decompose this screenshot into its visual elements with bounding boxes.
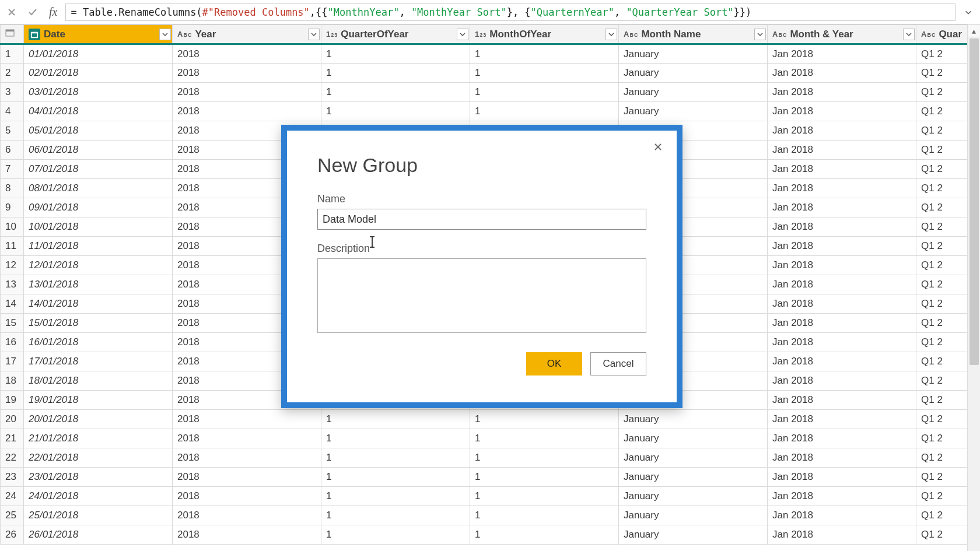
cell-monthyear[interactable]: Jan 2018 (768, 198, 916, 217)
row-number[interactable]: 9 (1, 198, 24, 217)
cell-monthname[interactable]: January (619, 525, 768, 545)
table-row[interactable]: 2424/01/2018201811JanuaryJan 2018Q1 2 (1, 487, 981, 506)
cell-monthofyear[interactable]: 1 (470, 64, 619, 83)
cell-date[interactable]: 17/01/2018 (24, 352, 173, 371)
cell-monthname[interactable]: January (619, 448, 768, 468)
cell-monthname[interactable]: January (619, 410, 768, 429)
cell-date[interactable]: 14/01/2018 (24, 294, 173, 314)
cell-date[interactable]: 19/01/2018 (24, 391, 173, 410)
row-number[interactable]: 21 (1, 429, 24, 448)
cell-date[interactable]: 24/01/2018 (24, 487, 173, 506)
cell-monthyear[interactable]: Jan 2018 (768, 160, 916, 179)
cell-quarterofyear[interactable]: 1 (321, 102, 470, 121)
cell-date[interactable]: 20/01/2018 (24, 410, 173, 429)
row-number[interactable]: 16 (1, 333, 24, 352)
cell-monthname[interactable]: January (619, 102, 768, 121)
cell-monthofyear[interactable]: 1 (470, 44, 619, 64)
row-number[interactable]: 6 (1, 141, 24, 160)
cell-monthyear[interactable]: Jan 2018 (768, 83, 916, 102)
cell-date[interactable]: 05/01/2018 (24, 121, 173, 141)
formula-input[interactable]: = Table.RenameColumns(#"Removed Columns"… (65, 3, 956, 21)
cell-year[interactable]: 2018 (173, 64, 321, 83)
cell-quarterofyear[interactable]: 1 (321, 64, 470, 83)
cell-year[interactable]: 2018 (173, 44, 321, 64)
cell-quarterofyear[interactable]: 1 (321, 410, 470, 429)
cell-monthyear[interactable]: Jan 2018 (768, 141, 916, 160)
cell-quarterofyear[interactable]: 1 (321, 525, 470, 545)
table-row[interactable]: 2222/01/2018201811JanuaryJan 2018Q1 2 (1, 448, 981, 468)
cell-monthyear[interactable]: Jan 2018 (768, 256, 916, 275)
cell-monthname[interactable]: January (619, 506, 768, 525)
cell-date[interactable]: 11/01/2018 (24, 237, 173, 256)
row-number[interactable]: 25 (1, 506, 24, 525)
cell-monthofyear[interactable]: 1 (470, 429, 619, 448)
cell-monthyear[interactable]: Jan 2018 (768, 468, 916, 487)
column-filter-button[interactable] (457, 29, 468, 40)
row-number[interactable]: 23 (1, 468, 24, 487)
cell-year[interactable]: 2018 (173, 525, 321, 545)
cell-monthofyear[interactable]: 1 (470, 410, 619, 429)
ok-button[interactable]: OK (526, 352, 582, 375)
cell-date[interactable]: 06/01/2018 (24, 141, 173, 160)
cell-year[interactable]: 2018 (173, 102, 321, 121)
table-row[interactable]: 202/01/2018201811JanuaryJan 2018Q1 2 (1, 64, 981, 83)
row-number[interactable]: 5 (1, 121, 24, 141)
row-number[interactable]: 22 (1, 448, 24, 468)
column-header-year[interactable]: ABC Year (173, 25, 321, 44)
scrollbar-thumb[interactable] (970, 38, 979, 365)
cell-date[interactable]: 01/01/2018 (24, 44, 173, 64)
select-all-corner[interactable] (1, 25, 24, 44)
cell-monthyear[interactable]: Jan 2018 (768, 179, 916, 198)
cell-quarterofyear[interactable]: 1 (321, 487, 470, 506)
row-number[interactable]: 15 (1, 314, 24, 333)
cell-monthyear[interactable]: Jan 2018 (768, 294, 916, 314)
column-header-monthyear[interactable]: ABC Month & Year (768, 25, 916, 44)
cell-date[interactable]: 04/01/2018 (24, 102, 173, 121)
accept-formula-icon[interactable] (24, 4, 41, 20)
cell-date[interactable]: 13/01/2018 (24, 275, 173, 294)
table-row[interactable]: 2121/01/2018201811JanuaryJan 2018Q1 2 (1, 429, 981, 448)
cell-monthyear[interactable]: Jan 2018 (768, 448, 916, 468)
cell-monthyear[interactable]: Jan 2018 (768, 64, 916, 83)
table-row[interactable]: 303/01/2018201811JanuaryJan 2018Q1 2 (1, 83, 981, 102)
cancel-formula-icon[interactable] (4, 4, 20, 20)
cell-monthyear[interactable]: Jan 2018 (768, 410, 916, 429)
cell-monthname[interactable]: January (619, 487, 768, 506)
row-number[interactable]: 24 (1, 487, 24, 506)
cell-date[interactable]: 10/01/2018 (24, 217, 173, 237)
row-number[interactable]: 10 (1, 217, 24, 237)
cell-monthyear[interactable]: Jan 2018 (768, 525, 916, 545)
cell-monthofyear[interactable]: 1 (470, 525, 619, 545)
cell-monthname[interactable]: January (619, 64, 768, 83)
column-filter-button[interactable] (754, 29, 766, 40)
cell-monthyear[interactable]: Jan 2018 (768, 371, 916, 391)
cell-monthname[interactable]: January (619, 44, 768, 64)
expand-formula-icon[interactable] (960, 4, 977, 20)
cell-date[interactable]: 15/01/2018 (24, 314, 173, 333)
row-number[interactable]: 19 (1, 391, 24, 410)
cell-monthofyear[interactable]: 1 (470, 83, 619, 102)
cell-monthofyear[interactable]: 1 (470, 506, 619, 525)
cell-year[interactable]: 2018 (173, 410, 321, 429)
vertical-scrollbar[interactable]: ▴ (967, 24, 980, 551)
cell-date[interactable]: 18/01/2018 (24, 371, 173, 391)
column-filter-button[interactable] (308, 29, 320, 40)
cell-date[interactable]: 07/01/2018 (24, 160, 173, 179)
cell-monthyear[interactable]: Jan 2018 (768, 391, 916, 410)
cell-date[interactable]: 03/01/2018 (24, 83, 173, 102)
cell-date[interactable]: 22/01/2018 (24, 448, 173, 468)
cell-monthyear[interactable]: Jan 2018 (768, 121, 916, 141)
row-number[interactable]: 11 (1, 237, 24, 256)
cell-monthofyear[interactable]: 1 (470, 468, 619, 487)
fx-icon[interactable]: fx (46, 5, 61, 19)
table-row[interactable]: 2323/01/2018201811JanuaryJan 2018Q1 2 (1, 468, 981, 487)
row-number[interactable]: 7 (1, 160, 24, 179)
row-number[interactable]: 4 (1, 102, 24, 121)
row-number[interactable]: 12 (1, 256, 24, 275)
cell-monthyear[interactable]: Jan 2018 (768, 102, 916, 121)
cell-date[interactable]: 21/01/2018 (24, 429, 173, 448)
cell-monthyear[interactable]: Jan 2018 (768, 487, 916, 506)
row-number[interactable]: 2 (1, 64, 24, 83)
cell-monthname[interactable]: January (619, 468, 768, 487)
cell-monthname[interactable]: January (619, 83, 768, 102)
